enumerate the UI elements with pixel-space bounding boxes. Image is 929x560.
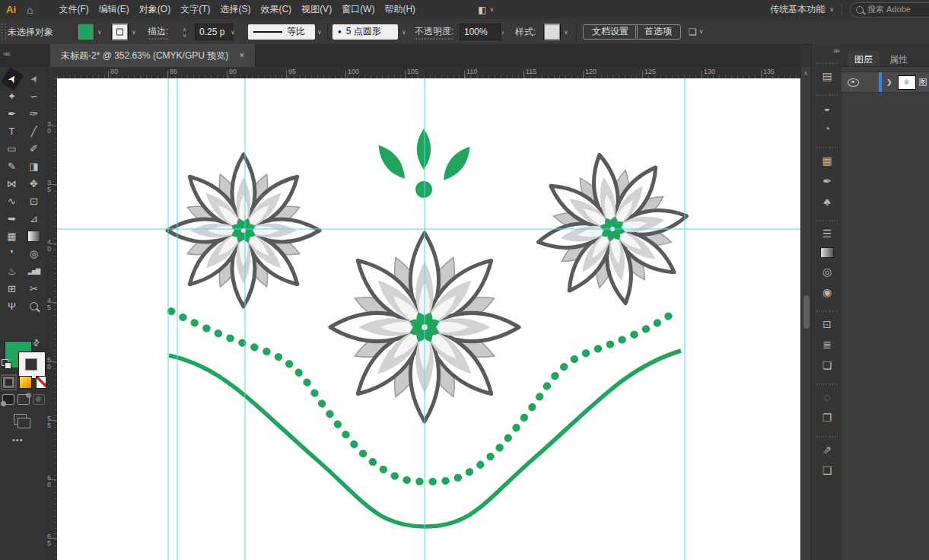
chevron-down-icon[interactable]: ∨ xyxy=(231,28,235,35)
zoom-tool[interactable] xyxy=(25,298,43,314)
scrollbar-thumb[interactable] xyxy=(803,295,810,329)
color-guide-panel[interactable]: ◔ xyxy=(819,122,835,135)
selection-tool[interactable]: ➤ xyxy=(0,67,24,91)
rectangle-tool[interactable]: ▭ xyxy=(3,141,21,157)
rotate-tool[interactable]: ⋈ xyxy=(3,176,21,192)
draw-normal-icon[interactable] xyxy=(2,394,14,405)
brush-select[interactable]: ● 5 点圆形 xyxy=(332,24,398,40)
home-icon[interactable]: ⌂ xyxy=(27,4,33,16)
perspective-grid-tool[interactable]: ⊿ xyxy=(25,211,43,227)
symbols-panel[interactable]: ♣ xyxy=(819,195,835,208)
opacity-value[interactable]: 100% xyxy=(460,24,501,40)
stroke-profile-select[interactable]: 等比 xyxy=(248,24,315,40)
shape-builder-tool[interactable]: ➥ xyxy=(3,211,21,227)
arrange-documents-icon[interactable]: ◧∨ xyxy=(478,5,494,15)
search-input[interactable]: 搜索 Adobe xyxy=(850,2,929,18)
vertical-scrollbar[interactable]: ∧ xyxy=(800,67,812,560)
graph-tool[interactable]: ▂▅▇ xyxy=(25,263,43,279)
brushes-panel[interactable]: ✒ xyxy=(819,174,835,188)
style-swatch[interactable] xyxy=(543,23,561,40)
export-panel[interactable]: ⇗ xyxy=(819,443,835,457)
stroke-indicator[interactable] xyxy=(18,352,46,379)
color-button[interactable] xyxy=(2,376,15,389)
edit-toolbar-dots[interactable]: ••• xyxy=(12,435,24,444)
chevron-right-icon[interactable]: › xyxy=(501,27,504,36)
chevron-down-icon[interactable]: ∨ xyxy=(97,28,102,35)
ruler-corner[interactable] xyxy=(46,67,58,79)
collapse-panels-icon[interactable]: »» xyxy=(833,46,838,55)
gradient-button[interactable] xyxy=(19,376,32,389)
menu-select[interactable]: 选择(S) xyxy=(218,3,252,16)
menu-help[interactable]: 帮助(H) xyxy=(383,3,417,16)
menu-view[interactable]: 视图(V) xyxy=(300,3,333,16)
type-tool[interactable]: T xyxy=(3,123,21,139)
swatches-panel[interactable]: ▦ xyxy=(819,154,835,167)
opacity-label[interactable]: 不透明度: xyxy=(415,24,453,39)
asset-export-panel[interactable]: ❑ xyxy=(819,463,835,477)
draw-behind-icon[interactable] xyxy=(17,394,30,405)
preferences-button[interactable]: 首选项 xyxy=(635,24,681,40)
layer-thumbnail[interactable]: ✻ xyxy=(898,75,916,90)
fill-color-swatch[interactable] xyxy=(77,23,94,40)
transparency-panel[interactable]: ◉ xyxy=(819,285,835,299)
screen-mode-icon[interactable] xyxy=(14,414,27,425)
eraser-tool[interactable]: ◨ xyxy=(25,158,43,174)
workspace-switcher[interactable]: 传统基本功能 ∨ xyxy=(770,3,834,16)
stroke-weight-value[interactable]: 0.25 p xyxy=(195,24,233,40)
artboards-panel[interactable]: ❐ xyxy=(819,411,835,425)
tab-layers[interactable]: 图层 xyxy=(848,51,880,66)
symbol-sprayer-tool[interactable]: ♨ xyxy=(3,263,21,279)
pathfinder-panel[interactable]: ❏ xyxy=(819,358,835,372)
menu-edit[interactable]: 编辑(E) xyxy=(97,3,131,16)
line-segment-tool[interactable]: ╱ xyxy=(25,123,43,139)
navigator-panel[interactable]: ◌ xyxy=(819,390,835,404)
free-transform-tool[interactable]: ⊡ xyxy=(25,193,43,209)
chevron-down-icon[interactable]: ∨ xyxy=(132,28,136,35)
default-fill-stroke-icon[interactable] xyxy=(2,359,11,369)
align-panel[interactable]: ≣ xyxy=(819,338,835,352)
direct-selection-tool[interactable]: ➤ xyxy=(22,67,46,91)
pen-tool[interactable]: ✒ xyxy=(3,106,21,122)
mesh-tool[interactable]: ▦ xyxy=(3,228,21,244)
slice-tool[interactable]: ✂ xyxy=(25,281,43,297)
collapse-panels-icon[interactable]: «« xyxy=(3,49,9,58)
magic-wand-tool[interactable]: ✦ xyxy=(3,88,21,104)
menu-effect[interactable]: 效果(C) xyxy=(259,3,293,16)
lasso-tool[interactable]: ∽ xyxy=(25,88,43,104)
menu-type[interactable]: 文字(T) xyxy=(179,3,212,16)
swap-fill-stroke-icon[interactable]: ⇄ xyxy=(30,337,43,349)
stroke-weight-stepper[interactable]: ∧∨ xyxy=(183,27,186,37)
curvature-tool[interactable]: ✑ xyxy=(25,106,43,122)
artboard-tool[interactable]: ⊞ xyxy=(3,281,21,297)
puppet-warp-tool[interactable]: ∿ xyxy=(3,193,21,209)
vertical-ruler[interactable]: 3035404550556065 xyxy=(46,78,58,560)
libraries-panel[interactable]: ▤ xyxy=(819,69,835,83)
panel-grip[interactable] xyxy=(2,24,6,40)
gradient-panel[interactable] xyxy=(820,247,834,258)
panel-options-icon[interactable]: ❏∨ xyxy=(689,27,704,37)
stroke-panel[interactable]: ☰ xyxy=(819,227,835,240)
document-setup-button[interactable]: 文档设置 xyxy=(583,24,638,40)
layer-row[interactable]: ❯ ✻ 图 xyxy=(842,72,929,93)
tab-properties[interactable]: 属性 xyxy=(883,51,915,66)
pencil-tool[interactable]: ✎ xyxy=(3,158,21,174)
transform-panel[interactable]: ⊡ xyxy=(819,317,835,331)
draw-inside-icon[interactable] xyxy=(33,394,45,405)
width-tool[interactable]: ✥ xyxy=(25,176,43,192)
stroke-color-swatch[interactable] xyxy=(111,23,129,40)
expand-chevron-icon[interactable]: ❯ xyxy=(886,78,892,86)
menu-file[interactable]: 文件(F) xyxy=(57,3,90,16)
artwork[interactable] xyxy=(57,78,800,560)
stroke-weight-label[interactable]: 描边: xyxy=(148,24,168,39)
chevron-down-icon[interactable]: ∨ xyxy=(317,28,322,35)
appearance-panel[interactable]: ◎ xyxy=(819,265,835,278)
visibility-eye-icon[interactable] xyxy=(848,78,859,87)
document-tab[interactable]: 未标题-2* @ 352.63% (CMYK/GPU 预览) × xyxy=(50,44,256,67)
horizontal-ruler[interactable]: 80859095100105110115120125130135 xyxy=(57,67,800,79)
blend-tool[interactable]: ◎ xyxy=(25,246,43,262)
close-icon[interactable]: × xyxy=(239,50,244,61)
scroll-up-icon[interactable]: ∧ xyxy=(803,70,808,77)
chevron-down-icon[interactable]: ∨ xyxy=(564,28,568,35)
eyedropper-tool[interactable]: ❜ xyxy=(3,246,21,262)
layer-name[interactable]: 图 xyxy=(919,77,927,88)
